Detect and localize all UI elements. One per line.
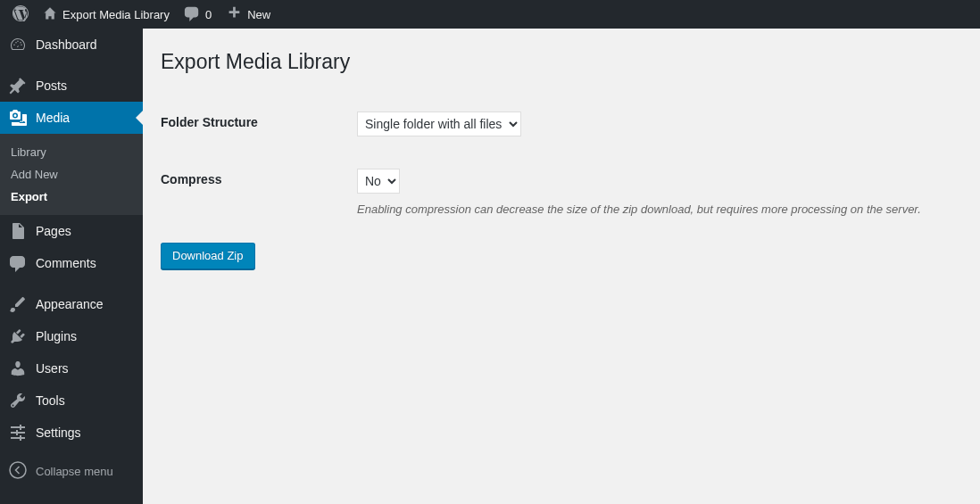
dashboard-icon [9,36,27,54]
export-form: Folder Structure Single folder with all … [161,95,962,269]
menu-appearance[interactable]: Appearance [0,288,143,305]
main-content: Export Media Library Folder Structure Si… [143,29,980,305]
wp-logo-link[interactable] [5,0,36,29]
comments-count: 0 [205,8,212,21]
menu-comments[interactable]: Comments [0,247,143,279]
brush-icon [9,295,27,305]
new-content-link[interactable]: New [219,0,278,29]
pin-icon [9,77,27,95]
menu-label: Media [36,111,70,125]
page-title: Export Media Library [161,36,962,85]
menu-pages[interactable]: Pages [0,215,143,247]
menu-posts[interactable]: Posts [0,70,143,102]
row-folder-structure: Folder Structure Single folder with all … [161,95,962,153]
compress-select[interactable]: No [357,169,400,194]
compress-label: Compress [161,169,357,186]
page-icon [9,222,27,240]
menu-label: Dashboard [36,37,97,52]
compress-description: Enabling compression can decrease the si… [357,202,962,216]
submenu-add-new[interactable]: Add New [0,163,143,186]
submenu-library[interactable]: Library [0,141,143,163]
admin-sidebar: Dashboard Posts Media Library Add New Ex… [0,29,143,305]
submenu-export[interactable]: Export [0,186,143,208]
download-zip-button[interactable]: Download Zip [161,243,255,269]
row-compress: Compress No Enabling compression can dec… [161,153,962,232]
menu-label: Comments [36,256,96,270]
new-label: New [247,8,270,21]
media-icon [9,109,27,127]
menu-media[interactable]: Media [0,102,143,134]
menu-dashboard[interactable]: Dashboard [0,29,143,61]
folder-structure-label: Folder Structure [161,112,357,129]
folder-structure-select[interactable]: Single folder with all files [357,112,521,136]
comments-link[interactable]: 0 [177,0,219,29]
menu-label: Pages [36,224,71,238]
comments-icon [9,254,27,272]
home-icon [43,6,57,23]
admin-bar: Export Media Library 0 New [0,0,980,29]
wordpress-logo-icon [12,5,29,24]
site-title: Export Media Library [62,8,170,21]
menu-label: Appearance [36,297,104,305]
comment-icon [184,5,200,24]
plus-icon [226,5,242,24]
submenu-media: Library Add New Export [0,134,143,215]
menu-label: Posts [36,78,67,93]
site-home-link[interactable]: Export Media Library [36,0,177,29]
